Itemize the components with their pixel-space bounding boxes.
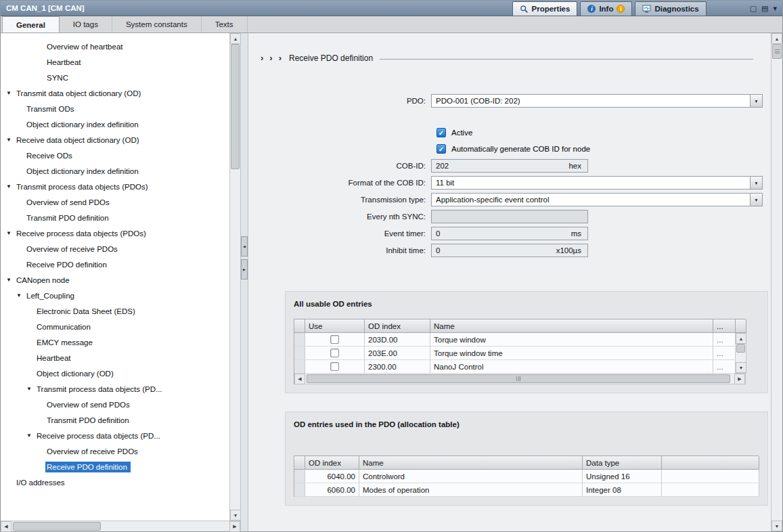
collapse-pane-icon[interactable]: ◀ — [241, 236, 248, 257]
tree-item[interactable]: EMCY message — [1, 334, 229, 350]
tree-item[interactable]: Heartbeat — [1, 54, 229, 70]
column-header[interactable]: OD index — [305, 456, 359, 470]
tree-item[interactable]: Receive PDO definition — [1, 257, 229, 272]
column-header[interactable]: Use — [305, 319, 365, 333]
row-selector[interactable] — [294, 483, 305, 497]
od-entry-row[interactable]: 2300.00NanoJ Control... — [294, 360, 736, 374]
tree-expand-icon[interactable]: ▼ — [6, 277, 15, 283]
column-header[interactable] — [294, 319, 305, 333]
scroll-down-icon[interactable]: ▼ — [736, 362, 746, 373]
scroll-up-icon[interactable]: ▲ — [736, 333, 746, 344]
row-selector[interactable] — [294, 333, 305, 347]
tree-item[interactable]: ▼CANopen node — [1, 272, 229, 288]
tree-expand-icon[interactable]: ▼ — [6, 137, 15, 143]
content-vscroll-thumb[interactable] — [772, 44, 782, 59]
column-header[interactable]: Name — [359, 456, 583, 470]
column-header[interactable]: ... — [713, 319, 736, 333]
float-window-icon[interactable]: ▢ — [750, 5, 757, 12]
column-header[interactable]: Name — [430, 319, 713, 333]
od-entry-row[interactable]: 203D.00Torque window... — [294, 333, 736, 347]
content-vertical-scrollbar[interactable]: ▲ ▼ — [771, 33, 782, 531]
row-selector[interactable] — [294, 470, 305, 483]
tree-item[interactable]: SYNC — [1, 70, 229, 85]
tree-item[interactable]: Heartbeat — [1, 350, 229, 365]
transmission-type-select[interactable]: Application-specific event control ▼ — [431, 193, 763, 206]
tree-item[interactable]: Object dictionary index definition — [1, 116, 229, 132]
od-entry-row[interactable]: 203E.00Torque window time... — [294, 347, 736, 360]
column-header[interactable] — [662, 456, 759, 470]
tree-item[interactable]: ▼Receive process data objects (PDOs) — [1, 225, 229, 241]
tree-item[interactable]: Overview of send PDOs — [1, 194, 229, 210]
tree-hscroll-thumb[interactable] — [13, 522, 101, 531]
table-hscroll-track[interactable] — [305, 374, 734, 384]
tree-item[interactable]: Overview of receive PDOs — [1, 241, 229, 257]
table-vscroll-track[interactable] — [736, 353, 746, 362]
breadcrumb-arrow-icon[interactable]: › — [261, 53, 263, 62]
tree-horizontal-scrollbar[interactable]: ◀ ▶ — [1, 520, 240, 531]
tree-expand-icon[interactable]: ▼ — [6, 90, 15, 96]
scroll-right-icon[interactable]: ▶ — [734, 374, 745, 384]
table-vscroll-thumb[interactable] — [736, 344, 745, 353]
scroll-up-icon[interactable]: ▲ — [230, 33, 241, 44]
dock-window-icon[interactable]: ▤ — [761, 5, 768, 12]
tree-item[interactable]: Transmit PDO definition — [1, 210, 229, 225]
tab-diagnostics[interactable]: Diagnostics — [635, 1, 706, 16]
cob-id-field[interactable]: 202 hex — [431, 159, 588, 173]
tree-item[interactable]: Transmit ODs — [1, 101, 229, 116]
tree-expand-icon[interactable]: ▼ — [26, 386, 35, 392]
scroll-down-icon[interactable]: ▼ — [230, 510, 241, 520]
tree-vscroll-thumb[interactable] — [231, 44, 240, 169]
tree-item[interactable]: Communication — [1, 319, 229, 334]
tree-item[interactable]: Receive ODs — [1, 148, 229, 163]
column-header[interactable] — [736, 319, 746, 333]
content-vscroll-track[interactable] — [771, 59, 782, 520]
tree-item[interactable]: ▼Transmit process data objects (PD... — [1, 381, 229, 397]
use-checkbox[interactable] — [330, 362, 339, 371]
collapse-window-icon[interactable]: ▾ — [773, 5, 777, 12]
column-header[interactable]: Data type — [583, 456, 662, 470]
row-selector[interactable] — [294, 360, 305, 374]
scroll-down-icon[interactable]: ▼ — [771, 520, 782, 531]
tab-info[interactable]: i Info i — [580, 1, 632, 16]
pdo-select[interactable]: PDO-001 (COB-ID: 202) ▼ — [431, 94, 763, 108]
tab-system-constants[interactable]: System constants — [112, 16, 202, 32]
inhibit-time-field[interactable]: 0 x100µs — [431, 244, 588, 257]
tab-general[interactable]: General — [2, 16, 60, 32]
tab-properties[interactable]: Properties — [512, 1, 578, 16]
tree-expand-icon[interactable]: ▼ — [16, 292, 25, 298]
tree-item[interactable]: Overview of receive PDOs — [1, 443, 229, 459]
pane-splitter[interactable]: ◀ ▶ — [240, 33, 248, 531]
tree-item[interactable]: ▼Receive process data objects (PD... — [1, 428, 229, 443]
tree-item[interactable]: ▼Transmit data object dictionary (OD) — [1, 85, 229, 101]
tree-expand-icon[interactable]: ▼ — [6, 183, 15, 190]
column-header[interactable]: OD index — [365, 319, 430, 333]
scroll-left-icon[interactable]: ◀ — [294, 374, 305, 384]
tree-item[interactable]: Receive PDO definition — [1, 459, 229, 474]
cob-format-select[interactable]: 11 bit ▼ — [431, 176, 763, 190]
table-horizontal-scrollbar[interactable]: ◀ ▶ — [294, 374, 746, 384]
tree-item[interactable]: Transmit PDO definition — [1, 412, 229, 428]
tree-item[interactable]: Object dictionary (OD) — [1, 365, 229, 381]
scroll-right-icon[interactable]: ▶ — [229, 521, 240, 532]
dropdown-arrow-icon[interactable]: ▼ — [750, 194, 762, 206]
table-vertical-scrollbar[interactable]: ▲ ▼ — [736, 333, 746, 374]
tree-item[interactable]: ▼Transmit process data objects (PDOs) — [1, 179, 229, 194]
auto-generate-cob-checkbox[interactable]: ✓ — [437, 144, 446, 154]
tree-expand-icon[interactable]: ▼ — [26, 433, 35, 439]
dropdown-arrow-icon[interactable]: ▼ — [750, 95, 762, 107]
scroll-up-icon[interactable]: ▲ — [771, 33, 782, 44]
tree-item[interactable]: Object dictionary index definition — [1, 163, 229, 179]
active-checkbox[interactable]: ✓ — [437, 128, 446, 137]
scroll-left-icon[interactable]: ◀ — [1, 521, 12, 532]
tree-item[interactable]: Overview of send PDOs — [1, 397, 229, 412]
tree-expand-icon[interactable]: ▼ — [6, 230, 15, 236]
event-timer-field[interactable]: 0 ms — [431, 227, 588, 240]
tree-item[interactable]: I/O addresses — [1, 474, 229, 490]
dropdown-arrow-icon[interactable]: ▼ — [750, 177, 762, 189]
tab-texts[interactable]: Texts — [202, 16, 248, 32]
expand-pane-icon[interactable]: ▶ — [241, 259, 248, 280]
allocation-row[interactable]: 6040.00ControlwordUnsigned 16 — [294, 470, 759, 483]
use-checkbox[interactable] — [330, 335, 339, 344]
table-hscroll-thumb[interactable] — [307, 374, 730, 383]
column-header[interactable] — [294, 456, 305, 470]
